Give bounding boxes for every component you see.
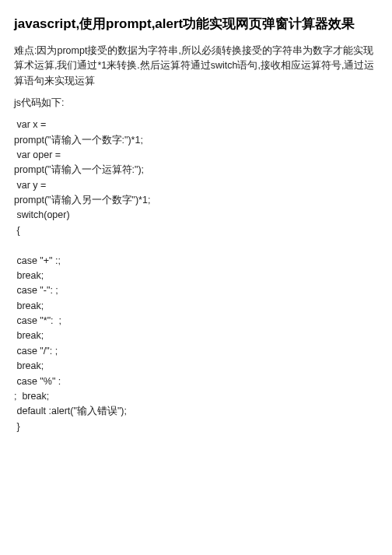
page-title: javascript,使用prompt,alert功能实现网页弹窗计算器效果 bbox=[14, 16, 378, 33]
code-block: var x = prompt("请输入一个数字:")*1; var oper =… bbox=[14, 118, 378, 434]
code-intro: js代码如下: bbox=[14, 97, 378, 110]
difficulty-paragraph: 难点:因为prompt接受的数据为字符串,所以必须转换接受的字符串为数字才能实现… bbox=[14, 44, 378, 89]
